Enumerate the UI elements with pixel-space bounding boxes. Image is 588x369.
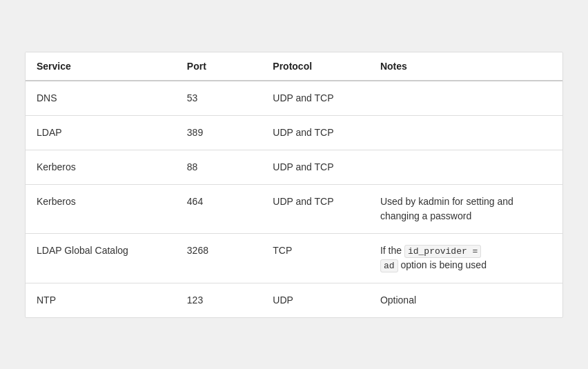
cell-port: 464 bbox=[176, 184, 262, 233]
cell-port: 3268 bbox=[176, 233, 262, 283]
table-row: LDAP Global Catalog3268TCPIf the id_prov… bbox=[26, 233, 562, 283]
cell-protocol: UDP and TCP bbox=[262, 115, 369, 150]
inline-code: ad bbox=[380, 259, 398, 272]
table-header-row: Service Port Protocol Notes bbox=[26, 52, 562, 81]
inline-code: id_provider = bbox=[404, 245, 481, 258]
table-row: NTP123UDPOptional bbox=[26, 283, 562, 317]
cell-service: DNS bbox=[26, 81, 176, 116]
cell-protocol: UDP bbox=[262, 283, 369, 317]
cell-notes: Used by kadmin for setting and changing … bbox=[369, 184, 562, 233]
header-protocol: Protocol bbox=[262, 52, 369, 81]
cell-service: Kerberos bbox=[26, 184, 176, 233]
cell-protocol: UDP and TCP bbox=[262, 150, 369, 184]
table-row: LDAP389UDP and TCP bbox=[26, 115, 562, 150]
header-service: Service bbox=[26, 52, 176, 81]
cell-protocol: TCP bbox=[262, 233, 369, 283]
cell-notes bbox=[369, 115, 562, 150]
cell-service: Kerberos bbox=[26, 150, 176, 184]
cell-port: 53 bbox=[176, 81, 262, 116]
cell-notes: If the id_provider =ad option is being u… bbox=[369, 233, 562, 283]
table-row: Kerberos464UDP and TCPUsed by kadmin for… bbox=[26, 184, 562, 233]
cell-protocol: UDP and TCP bbox=[262, 184, 369, 233]
cell-service: LDAP bbox=[26, 115, 176, 150]
cell-port: 123 bbox=[176, 283, 262, 317]
cell-notes bbox=[369, 150, 562, 184]
header-port: Port bbox=[176, 52, 262, 81]
network-services-table: Service Port Protocol Notes DNS53UDP and… bbox=[25, 52, 563, 318]
table-row: DNS53UDP and TCP bbox=[26, 81, 562, 116]
cell-notes: Optional bbox=[369, 283, 562, 317]
cell-service: LDAP Global Catalog bbox=[26, 233, 176, 283]
cell-port: 389 bbox=[176, 115, 262, 150]
cell-protocol: UDP and TCP bbox=[262, 81, 369, 116]
cell-notes bbox=[369, 81, 562, 116]
cell-port: 88 bbox=[176, 150, 262, 184]
header-notes: Notes bbox=[369, 52, 562, 81]
cell-service: NTP bbox=[26, 283, 176, 317]
table-row: Kerberos88UDP and TCP bbox=[26, 150, 562, 184]
